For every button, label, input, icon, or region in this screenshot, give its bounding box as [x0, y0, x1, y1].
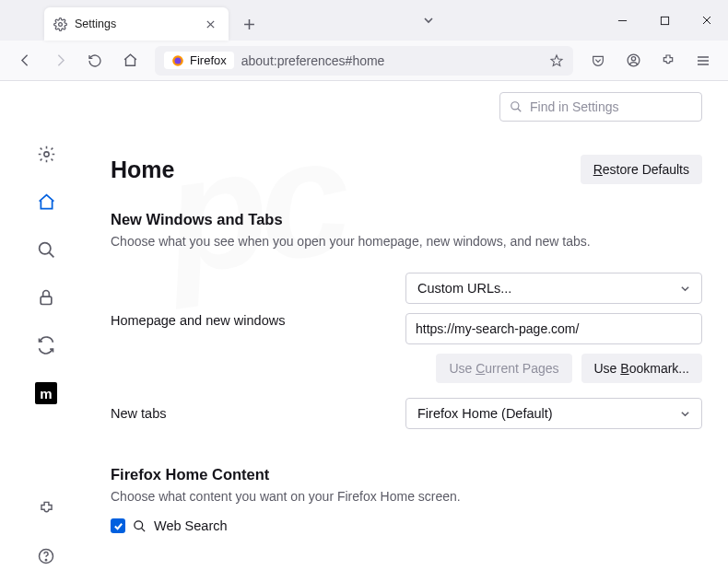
- svg-point-10: [45, 560, 46, 561]
- pocket-button[interactable]: [582, 45, 614, 76]
- extensions-button[interactable]: [652, 45, 684, 76]
- mozilla-icon: m: [35, 382, 57, 404]
- sidebar-item-sync[interactable]: [32, 332, 60, 359]
- restore-defaults-button[interactable]: Restore Defaults: [581, 155, 702, 184]
- use-current-pages-button[interactable]: Use Current Pages: [436, 354, 571, 383]
- close-window-button[interactable]: [686, 0, 728, 41]
- firefox-logo-icon: [171, 54, 184, 67]
- sidebar-item-help[interactable]: [32, 542, 60, 570]
- gear-icon: [53, 17, 67, 31]
- sidebar-item-mozilla[interactable]: m: [32, 379, 60, 407]
- settings-sidebar: m: [0, 81, 92, 570]
- svg-point-6: [43, 151, 48, 156]
- section-home-content-heading: Firefox Home Content: [111, 466, 702, 483]
- app-menu-button[interactable]: [687, 45, 719, 76]
- newtabs-select[interactable]: Firefox Home (Default): [405, 398, 702, 429]
- web-search-checkbox[interactable]: [111, 518, 125, 533]
- section-new-windows-desc: Choose what you see when you open your h…: [111, 234, 702, 249]
- tab-title: Settings: [75, 17, 116, 30]
- search-placeholder: Find in Settings: [530, 99, 619, 114]
- find-in-settings[interactable]: Find in Settings: [499, 92, 702, 122]
- homepage-mode-select[interactable]: Custom URLs...: [405, 273, 702, 304]
- settings-main: Find in Settings Home Restore Defaults N…: [92, 81, 728, 570]
- identity-box[interactable]: Firefox: [164, 52, 234, 69]
- homepage-label: Homepage and new windows: [111, 273, 405, 328]
- section-new-windows-heading: New Windows and Tabs: [111, 211, 702, 228]
- web-search-label: Web Search: [154, 518, 228, 533]
- url-text: about:preferences#home: [241, 53, 385, 68]
- svg-point-5: [631, 57, 635, 61]
- tab-close-button[interactable]: [201, 15, 219, 33]
- web-search-option[interactable]: Web Search: [111, 518, 702, 533]
- chevron-down-icon: [680, 409, 690, 419]
- section-home-content-desc: Choose what content you want on your Fir…: [111, 489, 702, 504]
- window-controls: [601, 0, 728, 41]
- use-bookmark-button[interactable]: Use Bookmark...: [581, 354, 703, 383]
- sidebar-item-search[interactable]: [32, 236, 60, 263]
- homepage-mode-value: Custom URLs...: [417, 281, 511, 296]
- nav-toolbar: Firefox about:preferences#home: [0, 41, 728, 81]
- titlebar: Settings: [0, 0, 728, 41]
- svg-point-12: [135, 520, 143, 529]
- account-button[interactable]: [617, 45, 649, 76]
- content-area: pc m Find: [0, 81, 728, 570]
- home-button[interactable]: [114, 45, 146, 76]
- svg-point-11: [511, 102, 519, 110]
- newtabs-value: Firefox Home (Default): [417, 406, 553, 421]
- url-bar[interactable]: Firefox about:preferences#home: [155, 46, 573, 76]
- svg-rect-8: [41, 297, 52, 304]
- back-button[interactable]: [9, 45, 41, 76]
- sidebar-item-general[interactable]: [32, 140, 60, 168]
- identity-label: Firefox: [190, 53, 227, 67]
- chevron-down-icon: [680, 284, 690, 294]
- sidebar-item-extensions[interactable]: [32, 494, 60, 522]
- search-icon: [133, 519, 147, 533]
- sidebar-item-privacy[interactable]: [32, 284, 60, 311]
- newtabs-label: New tabs: [111, 406, 405, 421]
- svg-point-7: [39, 242, 50, 253]
- maximize-button[interactable]: [643, 0, 686, 41]
- svg-point-3: [175, 57, 182, 64]
- bookmark-star-button[interactable]: [549, 53, 564, 68]
- search-icon: [510, 100, 523, 113]
- tab-settings[interactable]: Settings: [44, 7, 229, 41]
- svg-point-0: [59, 22, 63, 26]
- tabs-dropdown-button[interactable]: [414, 6, 443, 35]
- homepage-url-input[interactable]: [405, 313, 702, 344]
- minimize-button[interactable]: [601, 0, 643, 41]
- reload-button[interactable]: [79, 45, 111, 76]
- new-tab-button[interactable]: [234, 9, 264, 39]
- sidebar-item-home[interactable]: [32, 188, 60, 215]
- svg-rect-1: [661, 17, 668, 24]
- forward-button[interactable]: [44, 45, 76, 76]
